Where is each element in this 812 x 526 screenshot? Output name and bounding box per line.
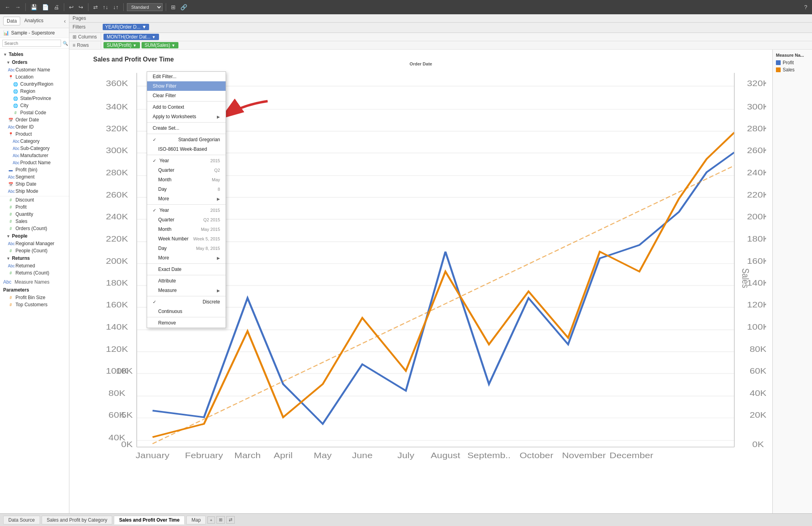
field-postal[interactable]: # Postal Code xyxy=(0,109,69,116)
menu-item-discrete[interactable]: ✓ Discrete xyxy=(147,297,226,307)
filters-header: Filters YEAR(Order D... ▼ xyxy=(73,24,809,30)
menu-item-remove[interactable]: Remove xyxy=(147,318,226,328)
swap-rows-cols-button[interactable]: ⇄ xyxy=(226,516,235,524)
back-button[interactable]: ← xyxy=(3,3,12,11)
menu-item-label: Day xyxy=(153,186,218,192)
sum-sales-pill[interactable]: SUM(Sales) ▼ xyxy=(142,42,179,48)
measure-names-row[interactable]: Abc Measure Names xyxy=(0,278,69,286)
menu-item-day-1[interactable]: Day 8 xyxy=(147,184,226,194)
sort-asc-button[interactable]: ↑↓ xyxy=(101,3,110,11)
field-profit-bin-size[interactable]: # Profit Bin Size xyxy=(0,294,69,301)
menu-item-clear-filter[interactable]: Clear Filter xyxy=(147,91,226,100)
field-location[interactable]: 📍 Location xyxy=(0,73,69,81)
field-profit-bin[interactable]: ▬ Profit (bin) xyxy=(0,166,69,173)
menu-item-exact-date[interactable]: Exact Date xyxy=(147,265,226,274)
menu-item-measure[interactable]: Measure ▶ xyxy=(147,286,226,295)
tab-data[interactable]: Data xyxy=(3,17,20,25)
field-state[interactable]: 🌐 State/Province xyxy=(0,95,69,102)
field-product-group[interactable]: 📍 Product xyxy=(0,131,69,138)
duplicate-sheet-button[interactable]: ⊞ xyxy=(216,516,225,524)
menu-item-continuous[interactable]: Continuous xyxy=(147,307,226,316)
show-me-button[interactable]: ⊞ xyxy=(169,3,177,11)
filters-shelf: Filters YEAR(Order D... ▼ xyxy=(69,23,812,33)
month-order-pill[interactable]: MONTH(Order Dat... ▼ xyxy=(103,34,159,40)
field-people-count[interactable]: # People (Count) xyxy=(0,247,69,254)
menu-item-day-2[interactable]: Day May 8, 2015 xyxy=(147,244,226,253)
menu-item-label: Quarter xyxy=(153,217,203,223)
redo-button[interactable]: ↪ xyxy=(77,3,85,11)
menu-item-quarter-2[interactable]: Quarter Q2 2015 xyxy=(147,215,226,225)
menu-item-label: Add to Context xyxy=(153,104,184,110)
tab-map[interactable]: Map xyxy=(186,516,206,524)
people-header[interactable]: ▼ People xyxy=(0,232,69,240)
menu-item-month-2[interactable]: Month May 2015 xyxy=(147,225,226,234)
parameters-label: Parameters xyxy=(3,287,29,293)
collapse-sidebar-button[interactable]: ‹ xyxy=(64,18,66,24)
tables-header[interactable]: ▼ Tables xyxy=(0,50,69,58)
field-quantity[interactable]: # Quantity xyxy=(0,211,69,218)
search-input[interactable] xyxy=(2,40,61,47)
field-manufacturer[interactable]: Abc Manufacturer xyxy=(0,152,69,159)
menu-item-create-set[interactable]: Create Set... xyxy=(147,123,226,133)
menu-item-attribute[interactable]: Attribute xyxy=(147,276,226,286)
field-product-name[interactable]: Abc Product Name xyxy=(0,159,69,166)
save-button[interactable]: 💾 xyxy=(29,3,39,11)
field-ship-mode[interactable]: Abc Ship Mode xyxy=(0,188,69,195)
columns-grid-icon: ⊞ xyxy=(73,34,77,40)
field-sales[interactable]: # Sales xyxy=(0,218,69,225)
field-returned[interactable]: Abc Returned xyxy=(0,262,69,269)
menu-item-apply-worksheets[interactable]: Apply to Worksheets ▶ xyxy=(147,112,226,121)
field-orders-count[interactable]: # Orders (Count) xyxy=(0,225,69,232)
undo-button[interactable]: ↩ xyxy=(67,3,75,11)
field-category[interactable]: Abc Category xyxy=(0,138,69,145)
field-ship-date[interactable]: 📅 Ship Date xyxy=(0,180,69,188)
field-profit[interactable]: # Profit xyxy=(0,203,69,211)
sum-profit-pill[interactable]: SUM(Profit) ▼ xyxy=(103,42,140,48)
swap-button[interactable]: ⇄ xyxy=(92,3,100,11)
menu-item-edit-filter[interactable]: Edit Filter... xyxy=(147,72,226,81)
field-top-customers[interactable]: # Top Customers xyxy=(0,301,69,308)
menu-item-year-1[interactable]: ✓ Year 2015 xyxy=(147,156,226,165)
menu-item-add-context[interactable]: Add to Context xyxy=(147,102,226,112)
field-city[interactable]: 🌐 City xyxy=(0,102,69,109)
rows-lines-icon: ≡ xyxy=(73,42,75,48)
menu-item-more-2[interactable]: More ▶ xyxy=(147,253,226,263)
field-segment[interactable]: Abc Segment xyxy=(0,173,69,180)
orders-header[interactable]: ▼ Orders xyxy=(0,58,69,66)
fit-dropdown[interactable]: Standard Fit Width Entire View xyxy=(127,3,163,11)
abc-icon: Abc xyxy=(8,125,13,129)
tab-analytics[interactable]: Analytics xyxy=(21,17,46,25)
field-order-date[interactable]: 📅 Order Date xyxy=(0,116,69,123)
new-button[interactable]: 📄 xyxy=(40,3,50,11)
new-sheet-button[interactable]: + xyxy=(207,516,214,524)
menu-item-week-number[interactable]: Week Number Week 5, 2015 xyxy=(147,234,226,244)
menu-item-show-filter[interactable]: Show Filter xyxy=(147,81,226,91)
svg-text:40K: 40K xyxy=(750,389,766,398)
sort-desc-button[interactable]: ↓↑ xyxy=(111,3,120,11)
tab-sales-profit-time[interactable]: Sales and Profit Over Time xyxy=(114,516,185,524)
field-returns-count[interactable]: # Returns (Count) xyxy=(0,269,69,276)
filter-pill-year[interactable]: YEAR(Order D... ▼ xyxy=(103,24,149,30)
field-discount[interactable]: # Discount xyxy=(0,196,69,203)
help-button[interactable]: ? xyxy=(802,3,809,11)
check-icon: ✓ xyxy=(153,208,156,213)
menu-item-year-2[interactable]: ✓ Year 2015 xyxy=(147,205,226,215)
menu-item-more-1[interactable]: More ▶ xyxy=(147,194,226,203)
field-region[interactable]: 🌐 Region xyxy=(0,88,69,95)
menu-item-quarter-1[interactable]: Quarter Q2 xyxy=(147,165,226,175)
menu-item-month-1[interactable]: Month May xyxy=(147,175,226,184)
menu-item-standard-gregorian[interactable]: ✓ Standard Gregorian xyxy=(147,135,226,144)
field-customer-name[interactable]: Abc Customer Name xyxy=(0,66,69,73)
field-regional-manager[interactable]: Abc Regional Manager xyxy=(0,240,69,247)
menu-item-iso8601[interactable]: ISO-8601 Week-Based xyxy=(147,144,226,154)
returns-header[interactable]: ▼ Returns xyxy=(0,254,69,262)
field-country[interactable]: 🌐 Country/Region xyxy=(0,81,69,88)
forward-button[interactable]: → xyxy=(13,3,22,11)
tab-sales-profit-category[interactable]: Sales and Profit by Category xyxy=(42,516,113,524)
field-order-id[interactable]: Abc Order ID xyxy=(0,123,69,131)
share-button[interactable]: 🔗 xyxy=(179,3,189,11)
print-button[interactable]: 🖨 xyxy=(52,3,61,11)
parameters-header[interactable]: Parameters xyxy=(0,286,69,294)
field-subcategory[interactable]: Abc Sub-Category xyxy=(0,145,69,152)
tab-data-source[interactable]: Data Source xyxy=(3,516,40,524)
